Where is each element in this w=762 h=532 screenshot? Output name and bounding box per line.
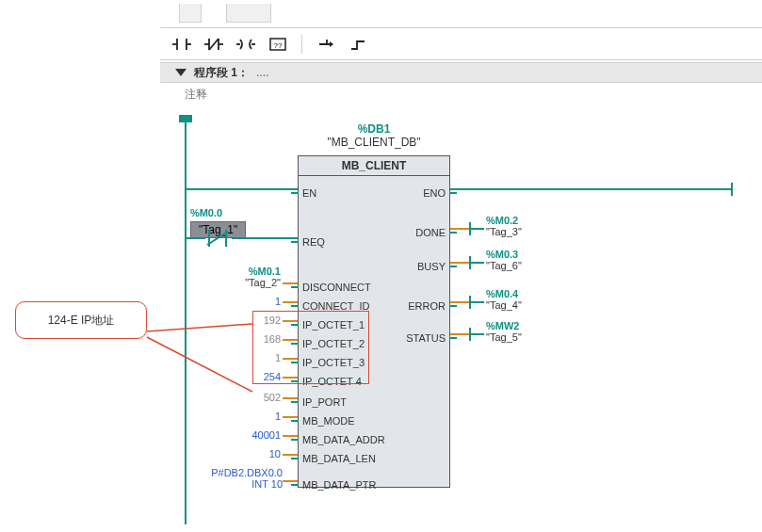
wire-status bbox=[450, 333, 471, 335]
svg-line-14 bbox=[147, 324, 252, 331]
val-error[interactable]: %M0.4 "Tag_4" bbox=[486, 288, 522, 311]
editor-ruler bbox=[160, 0, 762, 28]
app-root: ?? 程序段 1： .... 注释 124-E IP地址 %DB1 "MB bbox=[0, 0, 762, 532]
power-rail bbox=[185, 119, 186, 524]
term-done bbox=[471, 228, 484, 230]
pin-ip-octet-2: IP_OCTET_2 bbox=[291, 336, 368, 351]
rail-top bbox=[179, 115, 192, 122]
svg-text:??: ?? bbox=[274, 41, 283, 50]
wire-connect bbox=[283, 301, 298, 303]
callout-text: 124-E IP地址 bbox=[48, 313, 115, 329]
wire-done bbox=[450, 228, 471, 230]
fb-db-name: "MB_CLIENT_DB" bbox=[298, 136, 450, 149]
pin-ip-octet-3: IP_OCTET_3 bbox=[291, 355, 368, 370]
collapse-icon[interactable] bbox=[175, 69, 186, 76]
pin-ip-octet-4: IP_OCTET 4 bbox=[291, 374, 365, 389]
val-mode[interactable]: 1 bbox=[241, 411, 281, 422]
fb-type: MB_CLIENT bbox=[299, 156, 449, 176]
fb-body: EN REQ DISCONNECT CONNECT_ID IP_OCTET_1 … bbox=[299, 176, 449, 487]
fb-instance-label: %DB1 "MB_CLIENT_DB" bbox=[298, 122, 450, 149]
svg-line-15 bbox=[147, 337, 252, 392]
req-operand[interactable]: %M0.0 bbox=[175, 207, 237, 218]
val-connect-id[interactable]: 1 bbox=[251, 296, 281, 307]
callout-connector bbox=[143, 301, 256, 395]
term-error bbox=[471, 301, 484, 303]
wire-ip1 bbox=[283, 320, 298, 322]
val-ip3[interactable]: 1 bbox=[241, 352, 281, 363]
tool-coil[interactable] bbox=[234, 34, 258, 55]
network-title[interactable]: .... bbox=[256, 66, 268, 79]
wire-ip4 bbox=[283, 377, 298, 379]
svg-marker-13 bbox=[330, 41, 333, 47]
tool-branch-close[interactable] bbox=[346, 34, 370, 55]
ladder-canvas: 124-E IP地址 %DB1 "MB_CLIENT_DB" MB_CLIENT… bbox=[185, 113, 754, 524]
pin-connect-id: CONNECT_ID bbox=[291, 298, 374, 314]
wire-ip2 bbox=[283, 339, 298, 341]
pin-error: ERROR bbox=[404, 298, 457, 314]
val-addr[interactable]: 40001 bbox=[232, 429, 281, 441]
wire-en bbox=[185, 188, 298, 190]
function-block[interactable]: MB_CLIENT EN REQ DISCONNECT CONNECT_ID I… bbox=[298, 155, 450, 488]
val-disconnect[interactable]: %M0.1 "Tag_2" bbox=[222, 266, 281, 288]
network-index: 程序段 1： bbox=[194, 65, 249, 81]
pin-mb-mode: MB_MODE bbox=[291, 413, 359, 428]
val-ip4[interactable]: 254 bbox=[241, 371, 281, 382]
callout-bubble: 124-E IP地址 bbox=[15, 301, 147, 339]
val-ip2[interactable]: 168 bbox=[241, 333, 281, 345]
val-status[interactable]: %MW2 "Tag_5" bbox=[486, 320, 522, 343]
ladder-toolbar: ?? bbox=[160, 28, 762, 60]
val-ptr[interactable]: P#DB2.DBX0.0 INT 10 bbox=[203, 467, 283, 490]
pin-mb-data-ptr: MB_DATA_PTR bbox=[291, 477, 380, 492]
val-ip1[interactable]: 192 bbox=[241, 314, 281, 326]
wire-ip3 bbox=[283, 358, 298, 360]
wire-eno bbox=[450, 188, 733, 190]
network-comment[interactable]: 注释 bbox=[185, 87, 207, 103]
val-len[interactable]: 10 bbox=[241, 448, 281, 459]
val-busy[interactable]: %M0.3 "Tag_6" bbox=[486, 249, 522, 271]
svg-line-18 bbox=[207, 232, 228, 245]
wire-port bbox=[283, 397, 298, 399]
val-port[interactable]: 502 bbox=[241, 392, 281, 403]
wire-disconnect bbox=[283, 282, 298, 284]
tool-box-instruction[interactable]: ?? bbox=[266, 34, 290, 55]
wire-ptr bbox=[283, 480, 298, 482]
pin-status: STATUS bbox=[402, 330, 457, 346]
pin-disconnect: DISCONNECT bbox=[291, 280, 375, 295]
toolbar-divider bbox=[301, 35, 302, 54]
fb-db-addr: %DB1 bbox=[298, 122, 450, 136]
tool-no-contact[interactable] bbox=[170, 34, 194, 55]
svg-line-8 bbox=[209, 39, 219, 50]
pin-ip-octet-1: IP_OCTET_1 bbox=[291, 317, 368, 332]
network-header[interactable]: 程序段 1： .... bbox=[160, 62, 762, 83]
wire-addr bbox=[283, 435, 298, 437]
pin-mb-data-len: MB_DATA_LEN bbox=[291, 451, 380, 466]
tool-nc-contact[interactable] bbox=[202, 34, 226, 55]
wire-busy bbox=[450, 262, 471, 264]
eno-term bbox=[731, 183, 733, 196]
ruler-fragment bbox=[179, 4, 202, 23]
pin-mb-data-addr: MB_DATA_ADDR bbox=[291, 432, 389, 447]
nc-contact-req[interactable] bbox=[203, 230, 232, 247]
wire-len bbox=[283, 454, 298, 456]
wire-error bbox=[450, 301, 471, 303]
pin-ip-port: IP_PORT bbox=[291, 395, 350, 410]
tool-branch-open[interactable] bbox=[314, 34, 338, 55]
wire-mode bbox=[283, 416, 298, 418]
ruler-fragment bbox=[226, 4, 271, 23]
term-status bbox=[471, 333, 484, 335]
term-busy bbox=[471, 262, 484, 264]
val-done[interactable]: %M0.2 "Tag_3" bbox=[486, 215, 522, 237]
